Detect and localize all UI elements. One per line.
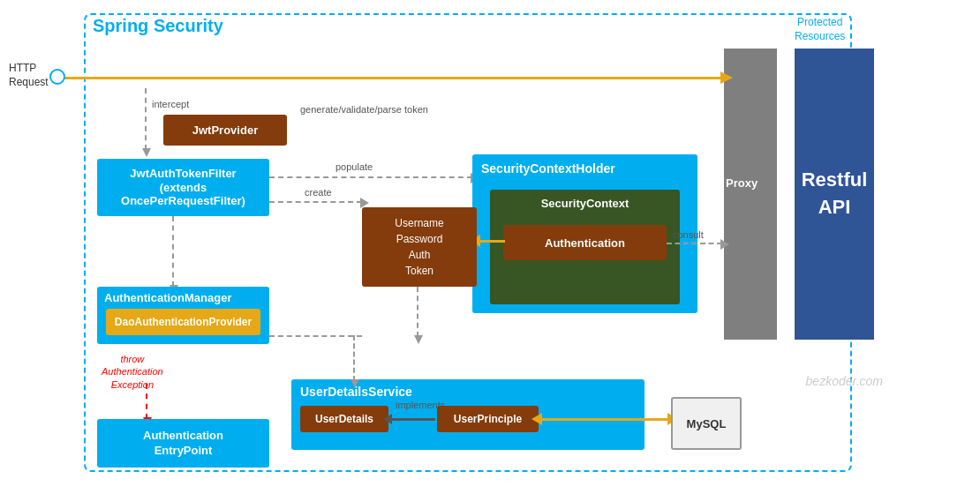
create-arrow <box>269 201 362 203</box>
mysql-label: MySQL <box>687 417 727 430</box>
mysql-arrow <box>540 418 669 421</box>
auth-manager-label: AuthenticationManager <box>97 287 269 307</box>
http-request-label: HTTPRequest <box>9 62 49 89</box>
consult-label: consult <box>673 229 704 240</box>
user-details-box: UserDetails <box>300 406 388 432</box>
throw-arrow <box>146 384 147 419</box>
jwt-provider-label: JwtProvider <box>192 124 258 137</box>
populate-arrow <box>269 176 472 178</box>
consult-arrow <box>667 243 722 244</box>
implements-arrow <box>390 418 435 421</box>
populate-label: populate <box>335 161 373 172</box>
main-arrow <box>53 77 724 79</box>
proxy-label: Proxy <box>726 176 758 190</box>
authentication-label: Authentication <box>545 236 625 250</box>
user-principle-label: UserPrinciple <box>454 413 522 425</box>
user-details-label: UserDetails <box>315 413 373 425</box>
proxy-box <box>724 49 777 340</box>
user-principle-box: UserPrinciple <box>437 406 539 432</box>
gen-validate-label: generate/validate/parse token <box>300 104 428 115</box>
watermark: bezkoder.com <box>806 374 883 388</box>
token-auth-horiz <box>269 335 362 337</box>
jwt-filter-label: JwtAuthTokenFilter(extendsOncePerRequest… <box>121 167 245 208</box>
spring-security-title: Spring Security <box>93 16 223 36</box>
create-label: create <box>305 187 332 198</box>
jwt-provider-box: JwtProvider <box>163 115 287 146</box>
dao-auth-box: DaoAuthenticationProvider <box>106 309 260 335</box>
auth-yellow-arrow <box>479 240 505 243</box>
security-context-label: SecurityContext <box>490 190 680 214</box>
security-context-holder-label: SecurityContextHolder <box>472 154 697 180</box>
diagram-container: Spring Security ProtectedResources Proxy… <box>0 0 980 494</box>
throw-label: throwAuthenticationException <box>102 353 163 391</box>
user-details-service-label: UserDetailsService <box>291 379 645 402</box>
token-to-auth-line <box>417 287 418 337</box>
restful-api-box: RestfulAPI <box>795 49 874 340</box>
protected-resources-label: ProtectedResources <box>795 16 845 43</box>
arrow-circle <box>49 69 65 85</box>
token-box: UsernamePasswordAuthToken <box>362 207 477 287</box>
dao-auth-label: DaoAuthenticationProvider <box>115 316 252 328</box>
auth-entry-point-box: AuthenticationEntryPoint <box>97 419 269 468</box>
filter-to-auth-line <box>172 216 174 287</box>
auth-to-user-line <box>353 335 355 381</box>
intercept-label: intercept <box>152 99 189 109</box>
token-label: UsernamePasswordAuthToken <box>395 215 443 279</box>
mysql-box: MySQL <box>671 397 742 450</box>
jwt-filter-box: JwtAuthTokenFilter(extendsOncePerRequest… <box>97 159 269 216</box>
restful-api-label: RestfulAPI <box>802 167 868 221</box>
authentication-box: Authentication <box>503 225 667 260</box>
intercept-line <box>145 88 147 150</box>
auth-entry-point-label: AuthenticationEntryPoint <box>143 429 223 459</box>
